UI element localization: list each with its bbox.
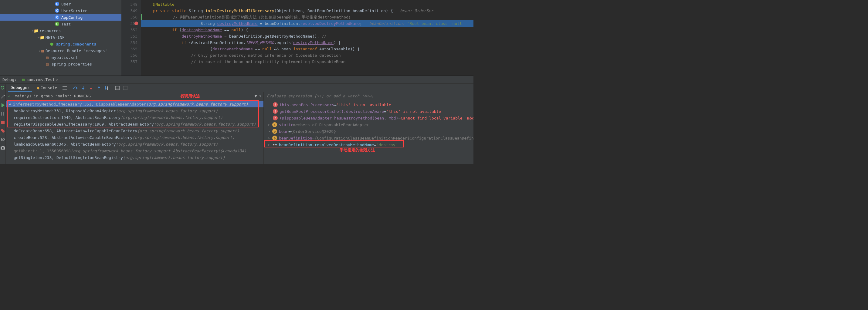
code-line[interactable]: if (AbstractBeanDefinition.INFER_METHOD.…: [141, 39, 473, 46]
stack-frame[interactable]: ↩inferDestroyMethodIfNecessary:351, Disp…: [6, 101, 264, 107]
expand-icon[interactable]: >: [268, 123, 272, 127]
tree-item[interactable]: ▸▤Resource Bundle 'messages': [0, 47, 121, 54]
frame-package: (org.springframework.beans.factory.suppo…: [132, 135, 235, 140]
tree-label: Resource Bundle 'messages': [45, 48, 107, 53]
tree-item[interactable]: CUser: [0, 1, 121, 7]
var-name: getBeanPostProcessorCache().destructionA…: [280, 109, 384, 114]
variable-item[interactable]: >sstatic members of DisposableBeanAdapte…: [264, 121, 473, 128]
variable-item[interactable]: >👓beanDefinition.resolvedDestroyMethodNa…: [264, 141, 473, 148]
code-line[interactable]: if (destroyMethodName == null) {: [141, 27, 473, 33]
check-icon: ✓: [8, 94, 11, 98]
var-value: Cannot find local variable 'mbd': [401, 116, 473, 120]
force-step-into-button[interactable]: [88, 85, 94, 91]
expand-icon[interactable]: >: [268, 137, 272, 140]
svg-rect-2: [3, 112, 4, 115]
threads-icon[interactable]: [62, 85, 67, 91]
expand-icon[interactable]: >: [268, 130, 272, 133]
tree-item[interactable]: ▾📁resources: [0, 27, 121, 34]
tree-item[interactable]: CUserService: [0, 7, 121, 14]
code-line[interactable]: // 判断BeanDefinition是否指定了销毁方法（比如创建bean的时候…: [141, 14, 473, 20]
code-line[interactable]: @Nullable: [141, 1, 473, 8]
mute-breakpoints-button[interactable]: [0, 137, 5, 142]
debug-run-config-tab[interactable]: ▤ com.cms.Test ×: [20, 77, 61, 82]
stack-frame[interactable]: createBean:528, AbstractAutowireCapableB…: [6, 134, 264, 141]
debugger-tab[interactable]: Debugger: [8, 84, 32, 92]
resume-button[interactable]: [0, 103, 5, 108]
frame-method: hasDestroyMethod:331, DisposableBeanAdap…: [14, 109, 116, 113]
project-tree[interactable]: CUserCUserServiceCAppConfigCTest▾📁resour…: [0, 0, 121, 75]
evaluate-input[interactable]: Evaluate expression (⌥⇧) or add a watch …: [264, 92, 473, 100]
modify-button[interactable]: [0, 94, 5, 100]
expand-icon[interactable]: >: [268, 143, 272, 146]
tree-icon: C: [55, 15, 60, 20]
tree-label: META-INF: [45, 35, 65, 40]
frame-method: createBean:528, AbstractAutowireCapableB…: [14, 135, 132, 140]
debug-sidebar: [0, 84, 6, 164]
stop-button[interactable]: [0, 119, 5, 125]
tree-item[interactable]: CAppConfig: [0, 14, 121, 21]
tree-icon: ▸▤: [39, 48, 44, 53]
tree-label: mybatis.xml: [52, 55, 78, 60]
var-value: members of DisposableBeanAdapter: [293, 123, 369, 127]
stack-frame[interactable]: registerDisposableBeanIfNecessary:1969, …: [6, 121, 264, 127]
pause-button[interactable]: [0, 111, 5, 116]
stack-frame[interactable]: doCreateBean:658, AbstractAutowireCapabl…: [6, 127, 264, 134]
variable-item[interactable]: !this.beanPostProcessors = 'this' is not…: [264, 101, 473, 108]
variable-item[interactable]: >pbean = {OrderService@2029}: [264, 128, 473, 135]
tree-label: AppConfig: [61, 15, 83, 20]
code-line[interactable]: destroyMethodName = beanDefinition.getDe…: [141, 33, 473, 39]
tree-item[interactable]: ▤spring.properties: [0, 61, 121, 67]
code-line[interactable]: (destroyMethodName == null && bean insta…: [141, 46, 473, 52]
trace-button[interactable]: [123, 85, 128, 91]
tree-item[interactable]: ▾📁META-INF: [0, 34, 121, 41]
thread-label[interactable]: "main"@1 in group "main": RUNNING: [12, 94, 180, 98]
run-to-cursor-button[interactable]: [104, 85, 110, 91]
stack-frame[interactable]: requiresDestruction:1949, AbstractBeanFa…: [6, 114, 264, 121]
test-icon: ▤: [22, 77, 25, 82]
variables-panel: Evaluate expression (⌥⇧) or add a watch …: [264, 92, 473, 164]
rerun-button[interactable]: [0, 85, 5, 91]
code-editor[interactable]: 348349350351352353354355356357 @Nullable…: [121, 0, 473, 75]
var-value: 'this' is not available: [337, 103, 391, 107]
stack-frame[interactable]: getObject:-1, 1556956098 (org.springfram…: [6, 147, 264, 154]
dropdown-icon[interactable]: ▼: [259, 95, 261, 98]
var-value: {OrderService@2029}: [291, 129, 336, 134]
breakpoint-icon[interactable]: [134, 22, 138, 25]
annotation-stack-trace: 栈调用轨迹: [180, 94, 200, 99]
return-icon: ↩: [9, 102, 11, 106]
debug-toolbar: Debugger ●Console: [6, 84, 473, 92]
tree-item[interactable]: ▤mybatis.xml: [0, 54, 121, 61]
frame-package: (org.springframework.beans.factory.suppo…: [146, 102, 248, 106]
view-breakpoints-button[interactable]: [0, 128, 5, 134]
frame-package: (org.springframework.beans.factory.suppo…: [71, 149, 246, 153]
filter-icon[interactable]: ▼: [255, 94, 257, 98]
stack-frame[interactable]: getSingleton:238, DefaultSingletonBeanRe…: [6, 154, 264, 161]
step-out-button[interactable]: [96, 85, 102, 91]
code-line[interactable]: // Only perform destroy method inference…: [141, 52, 473, 59]
console-tab[interactable]: ●Console: [35, 84, 60, 91]
code-line[interactable]: String destroyMethodName = beanDefinitio…: [141, 20, 473, 27]
annotation-destroy: 手动指定的销毁方法: [340, 147, 375, 153]
debug-panel: Debug: ▤ com.cms.Test × Debugger: [0, 76, 473, 164]
evaluate-button[interactable]: [115, 85, 120, 91]
tree-icon: C: [55, 8, 60, 13]
variable-item[interactable]: >pbeanDefinition = {ConfigurationClassBe…: [264, 135, 473, 141]
tree-label: User: [61, 2, 71, 6]
stack-frame[interactable]: hasDestroyMethod:331, DisposableBeanAdap…: [6, 107, 264, 114]
tree-item[interactable]: ⬢spring.components: [0, 41, 121, 47]
stack-frame[interactable]: lambda$doGetBean$0:346, AbstractBeanFact…: [6, 141, 264, 147]
close-icon[interactable]: ×: [56, 77, 59, 82]
var-name: beanDefinition.resolvedDestroyMethodName: [279, 143, 374, 147]
code-line[interactable]: // in case of the bean not explicitly im…: [141, 59, 473, 65]
step-into-button[interactable]: [81, 85, 86, 91]
code-line[interactable]: private static String inferDestroyMethod…: [141, 8, 473, 14]
tree-icon: ▾📁: [33, 28, 38, 33]
variable-item[interactable]: !getBeanPostProcessorCache().destruction…: [264, 108, 473, 115]
var-name: (DisposableBeanAdapter.hasDestroyMethod(…: [280, 116, 398, 120]
variable-item[interactable]: !(DisposableBeanAdapter.hasDestroyMethod…: [264, 115, 473, 121]
frame-package: (org.springframework.beans.factory.suppo…: [116, 142, 218, 146]
camera-button[interactable]: [0, 145, 5, 150]
param-icon: p: [272, 129, 277, 134]
step-over-button[interactable]: [72, 85, 78, 91]
tree-item[interactable]: CTest: [0, 21, 121, 27]
